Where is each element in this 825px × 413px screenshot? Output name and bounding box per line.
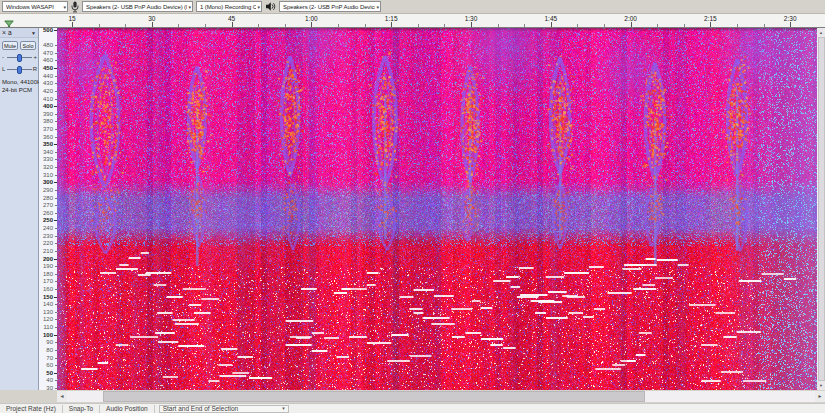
pan-slider-thumb[interactable]: [17, 66, 22, 74]
freq-label: 410: [43, 96, 53, 102]
freq-label: 370: [43, 126, 53, 132]
freq-label: 380: [43, 118, 53, 124]
vertical-scrollbar-thumb[interactable]: [818, 37, 825, 381]
time-tick: [577, 24, 578, 27]
freq-label: 140: [43, 301, 53, 307]
time-tick: [258, 24, 259, 27]
freq-label: 260: [43, 210, 53, 216]
time-tick: [365, 24, 366, 27]
time-tick: [99, 24, 100, 27]
gain-min-label: -: [2, 54, 4, 60]
freq-label: 290: [43, 187, 53, 193]
horizontal-scrollbar-row: ◄ ►: [0, 390, 825, 403]
time-tick: [710, 22, 711, 27]
horizontal-scrollbar-thumb[interactable]: [103, 391, 645, 402]
audio-host-value: Windows WASAPI: [6, 4, 62, 10]
recording-channels-value: 1 (Mono) Recording Chan: [200, 4, 256, 10]
scroll-up-icon[interactable]: ▲: [817, 28, 825, 37]
scroll-right-icon[interactable]: ►: [815, 391, 825, 402]
time-tick: [551, 22, 552, 27]
audio-host-select[interactable]: Windows WASAPI ▾: [2, 1, 68, 12]
freq-label: 200: [43, 256, 53, 262]
freq-label: 160: [43, 286, 53, 292]
freq-label: 470: [43, 50, 53, 56]
time-tick: [125, 24, 126, 27]
freq-label: 400: [43, 103, 53, 109]
time-label: 1:15: [385, 15, 398, 22]
playback-device-select[interactable]: Speakers (2- USB PnP Audio Device) ▾: [279, 1, 381, 12]
time-label: 45: [228, 15, 235, 22]
track-name: a: [8, 29, 29, 36]
time-tick: [338, 24, 339, 27]
freq-label: 130: [43, 309, 53, 315]
recording-channels-select[interactable]: 1 (Mono) Recording Chan ▾: [196, 1, 262, 12]
timeline-options-icon[interactable]: [4, 16, 14, 28]
freq-label: 210: [43, 248, 53, 254]
time-tick: [232, 22, 233, 27]
snap-to-label: Snap-To: [63, 405, 100, 413]
selection-mode-select[interactable]: Start and End of Selection ▾: [159, 405, 289, 413]
freq-label: 350: [43, 141, 53, 147]
time-tick: [764, 24, 765, 27]
horizontal-scrollbar[interactable]: ◄ ►: [57, 391, 825, 402]
freq-label: 420: [43, 88, 53, 94]
time-tick: [790, 22, 791, 27]
time-label: 1:30: [465, 15, 478, 22]
pan-slider[interactable]: L R: [2, 65, 37, 74]
time-tick: [684, 24, 685, 27]
freq-label: 480: [43, 42, 53, 48]
freq-label: 500: [43, 28, 53, 33]
scroll-down-icon[interactable]: ▼: [817, 381, 825, 390]
track-menu-icon[interactable]: ▼: [31, 30, 36, 36]
frequency-ruler[interactable]: 5004804704604504404304204104003903803703…: [39, 28, 57, 390]
freq-label: 430: [43, 80, 53, 86]
time-label: 30: [148, 15, 155, 22]
timeline-ruler[interactable]: 1530451:001:151:301:452:002:152:30: [0, 14, 825, 28]
freq-label: 440: [43, 73, 53, 79]
time-tick: [657, 24, 658, 27]
freq-label: 190: [43, 263, 53, 269]
microphone-icon: [71, 1, 79, 13]
recording-device-select[interactable]: Speakers (2- USB PnP Audio Device) (loop…: [82, 1, 193, 12]
scroll-left-icon[interactable]: ◄: [57, 391, 67, 402]
chevron-down-icon: ▾: [282, 405, 285, 412]
freq-label: 170: [43, 278, 53, 284]
freq-label: 40: [46, 377, 53, 383]
selection-mode-value: Start and End of Selection: [163, 405, 239, 412]
time-tick: [205, 24, 206, 27]
spectrogram-canvas[interactable]: [57, 28, 817, 390]
playback-device-value: Speakers (2- USB PnP Audio Device): [283, 4, 375, 10]
time-tick: [471, 22, 472, 27]
freq-label: 300: [43, 179, 53, 185]
freq-label: 80: [46, 347, 53, 353]
time-tick: [631, 22, 632, 27]
time-tick: [737, 24, 738, 27]
freq-label: 250: [43, 217, 53, 223]
freq-label: 320: [43, 164, 53, 170]
gain-slider-thumb[interactable]: [17, 54, 22, 62]
freq-label: 100: [43, 332, 53, 338]
freq-label: 460: [43, 57, 53, 63]
recording-device-value: Speakers (2- USB PnP Audio Device) (loop…: [86, 4, 187, 10]
track-bitdepth-info: 24-bit PCM: [2, 87, 32, 93]
time-tick: [418, 24, 419, 27]
freq-label: 70: [46, 355, 53, 361]
time-label: 1:45: [544, 15, 557, 22]
freq-label: 110: [43, 324, 53, 330]
gain-slider[interactable]: - +: [2, 53, 37, 62]
solo-button[interactable]: Solo: [20, 41, 36, 50]
time-tick: [604, 24, 605, 27]
mute-button[interactable]: Mute: [2, 41, 18, 50]
track-close-button[interactable]: ×: [2, 29, 6, 36]
time-tick: [178, 24, 179, 27]
vertical-scrollbar[interactable]: ▲ ▼: [817, 28, 825, 390]
chevron-down-icon: ▾: [189, 4, 191, 10]
freq-label: 450: [43, 65, 53, 71]
freq-label: 60: [46, 362, 53, 368]
time-label: 2:00: [624, 15, 637, 22]
time-tick: [498, 24, 499, 27]
freq-label: 120: [43, 316, 53, 322]
freq-label: 270: [43, 202, 53, 208]
audacity-window: Windows WASAPI ▾ Speakers (2- USB PnP Au…: [0, 0, 825, 413]
time-tick: [444, 24, 445, 27]
